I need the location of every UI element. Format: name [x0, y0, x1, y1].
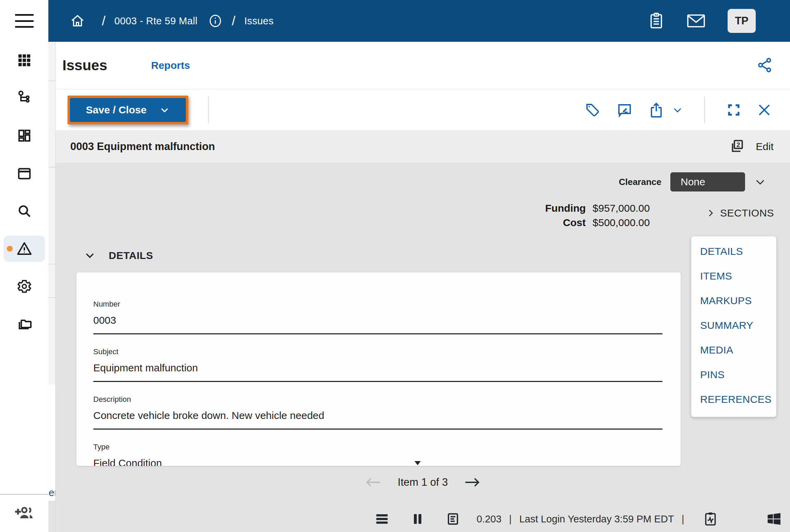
- status-bar: 0.203 | Last Login Yesterday 3:59 PM EDT…: [56, 506, 790, 532]
- second-copy-icon[interactable]: 2: [728, 137, 745, 156]
- activity-clipboard-icon[interactable]: [704, 511, 717, 527]
- type-field-value: Field Condition: [93, 457, 162, 466]
- action-toolbar: Save / Close: [56, 89, 790, 130]
- sidebar-item-folders-icon[interactable]: [4, 311, 45, 337]
- background-page-strip: er: [48, 42, 56, 532]
- clearance-chevron-down-icon[interactable]: [754, 176, 766, 188]
- home-icon[interactable]: [70, 13, 85, 29]
- export-group: [648, 101, 683, 119]
- sidebar-item-calendar-icon[interactable]: [4, 160, 45, 186]
- app-window: / 0003 - Rte 59 Mall / Issues TP: [0, 0, 790, 532]
- item-pagination: Item 1 of 3: [56, 472, 790, 493]
- tag-icon[interactable]: [584, 102, 601, 118]
- export-icon[interactable]: [648, 101, 665, 119]
- main-panel: Issues Reports Save / Close: [56, 42, 790, 532]
- clipped-link-text: er: [49, 487, 56, 498]
- sections-toggle[interactable]: SECTIONS: [706, 207, 774, 219]
- details-card: Number 0003 Subject Equipment malfunctio…: [76, 272, 681, 466]
- funding-value: $957,000.00: [592, 202, 650, 214]
- details-section-header[interactable]: DETAILS: [84, 250, 153, 261]
- financials: Funding $957,000.00 Cost $500,000.00: [545, 202, 650, 228]
- topbar-breadcrumb-bar: / 0003 - Rte 59 Mall / Issues TP: [48, 0, 790, 42]
- share-icon[interactable]: [757, 57, 773, 74]
- details-header-label: DETAILS: [109, 250, 153, 261]
- section-item-items[interactable]: ITEMS: [700, 264, 776, 288]
- number-field: Number 0003: [93, 300, 662, 334]
- ip-fragment: 0.203: [477, 514, 502, 525]
- svg-text:2: 2: [737, 141, 740, 148]
- chevron-down-icon: [159, 105, 170, 115]
- section-item-markups[interactable]: MARKUPS: [700, 288, 776, 313]
- sections-panel: DETAILS ITEMS MARKUPS SUMMARY MEDIA PINS…: [691, 236, 776, 417]
- next-item-arrow-icon[interactable]: [464, 477, 481, 488]
- markup-comment-icon[interactable]: [616, 102, 633, 118]
- section-item-references[interactable]: REFERENCES: [700, 387, 776, 412]
- avatar[interactable]: TP: [728, 9, 756, 33]
- hamburger-zone: [0, 0, 48, 42]
- forms-clipboard-icon[interactable]: [648, 12, 665, 30]
- breadcrumb-project[interactable]: 0003 - Rte 59 Mall: [115, 15, 198, 27]
- breadcrumb-separator: /: [102, 14, 106, 28]
- status-text: 0.203 | Last Login Yesterday 3:59 PM EDT…: [477, 513, 684, 525]
- section-item-pins[interactable]: PINS: [700, 362, 776, 387]
- type-field-label: Type: [93, 443, 421, 451]
- sidebar-item-settings-gear-icon[interactable]: [4, 273, 45, 299]
- number-field-value[interactable]: 0003: [93, 314, 662, 334]
- chevron-down-icon: [84, 250, 96, 261]
- fullscreen-icon[interactable]: [726, 102, 741, 117]
- cost-value: $500,000.00: [592, 217, 650, 228]
- type-select[interactable]: Field Condition: [93, 451, 421, 466]
- edit-button[interactable]: Edit: [756, 141, 774, 152]
- toolbar-divider: [704, 97, 705, 123]
- status-separator: |: [509, 513, 512, 525]
- windows-logo-icon[interactable]: [765, 511, 782, 527]
- export-chevron-down-icon[interactable]: [672, 104, 683, 115]
- sidebar-item-search-icon[interactable]: [4, 198, 45, 224]
- save-close-highlight: Save / Close: [68, 96, 188, 124]
- previous-item-arrow-icon[interactable]: [365, 477, 381, 488]
- number-field-label: Number: [93, 300, 662, 309]
- sidebar-item-workflow-icon[interactable]: [4, 85, 45, 111]
- status-separator: |: [682, 513, 684, 525]
- topbar-right: TP: [648, 9, 790, 33]
- sidebar: [0, 42, 48, 532]
- clearance-dropdown[interactable]: None: [670, 172, 745, 191]
- sidebar-bottom: [0, 494, 48, 532]
- close-icon[interactable]: [756, 102, 772, 118]
- reports-link[interactable]: Reports: [151, 60, 190, 71]
- clearance-row: Clearance None: [619, 172, 766, 191]
- save-close-label: Save / Close: [86, 104, 147, 116]
- record-title: 0003 Equipment malfunction: [70, 140, 215, 153]
- issue-detail-content: Clearance None Funding $957,000.00 Cost …: [56, 163, 790, 532]
- cost-label: Cost: [545, 217, 586, 228]
- save-close-button[interactable]: Save / Close: [70, 98, 186, 122]
- sidebar-item-apps-grid-icon[interactable]: [4, 47, 45, 73]
- last-login-text: Last Login Yesterday 3:59 PM EDT: [519, 514, 674, 525]
- hamburger-menu-icon[interactable]: [15, 14, 34, 28]
- breadcrumb-separator: /: [232, 14, 236, 28]
- sidebar-item-dashboard-icon[interactable]: [4, 123, 45, 149]
- sidebar-item-issues-warning-icon[interactable]: [4, 236, 45, 262]
- section-item-media[interactable]: MEDIA: [700, 338, 776, 362]
- document-lines-icon[interactable]: [446, 511, 460, 527]
- mail-icon[interactable]: [686, 13, 706, 29]
- item-counter: Item 1 of 3: [398, 476, 448, 488]
- split-columns-icon[interactable]: [411, 511, 424, 527]
- section-item-details[interactable]: DETAILS: [700, 239, 776, 264]
- section-item-summary[interactable]: SUMMARY: [700, 313, 776, 338]
- info-icon[interactable]: [208, 13, 223, 28]
- add-people-icon[interactable]: [14, 504, 35, 522]
- notification-dot: [7, 246, 13, 252]
- list-rows-icon[interactable]: [374, 511, 390, 527]
- topbar: / 0003 - Rte 59 Mall / Issues TP: [0, 0, 790, 42]
- subject-field-value[interactable]: Equipment malfunction: [93, 362, 662, 382]
- toolbar-divider: [208, 97, 209, 123]
- dropdown-arrow-icon: [415, 461, 421, 465]
- description-field: Description Concrete vehicle broke down.…: [93, 395, 662, 430]
- description-field-value[interactable]: Concrete vehicle broke down. New vehicle…: [93, 409, 662, 430]
- record-bar: 0003 Equipment malfunction 2 Edit: [56, 130, 790, 163]
- breadcrumb-page[interactable]: Issues: [244, 15, 274, 27]
- subject-field: Subject Equipment malfunction: [93, 347, 662, 382]
- toolbar-right: [584, 97, 772, 123]
- description-field-label: Description: [93, 395, 662, 404]
